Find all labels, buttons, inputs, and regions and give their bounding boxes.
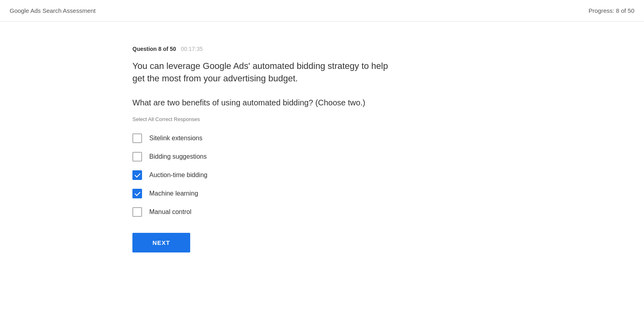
question-text: What are two benefits of using automated… <box>132 97 401 108</box>
checkbox-auction-time[interactable] <box>132 170 142 180</box>
option-label-machine-learning: Machine learning <box>149 190 198 197</box>
options-list: Sitelink extensions Bidding suggestions … <box>132 133 401 217</box>
main-content: Question 8 of 50 00:17:35 You can levera… <box>0 22 401 252</box>
question-number: Question 8 of 50 <box>132 46 176 52</box>
option-item-manual-control[interactable]: Manual control <box>132 207 401 217</box>
option-item-machine-learning[interactable]: Machine learning <box>132 189 401 198</box>
page-header: Google Ads Search Assessment Progress: 8… <box>0 0 644 22</box>
option-label-manual-control: Manual control <box>149 208 191 216</box>
option-item-sitelink[interactable]: Sitelink extensions <box>132 133 401 143</box>
progress-indicator: Progress: 8 of 50 <box>589 7 634 14</box>
option-label-sitelink: Sitelink extensions <box>149 135 203 142</box>
option-label-auction-time: Auction-time bidding <box>149 172 207 179</box>
checkbox-bidding-suggestions[interactable] <box>132 152 142 162</box>
option-label-bidding-suggestions: Bidding suggestions <box>149 153 207 160</box>
option-item-auction-time[interactable]: Auction-time bidding <box>132 170 401 180</box>
checkbox-sitelink[interactable] <box>132 133 142 143</box>
assessment-title: Google Ads Search Assessment <box>10 7 95 14</box>
next-button[interactable]: NEXT <box>132 233 190 252</box>
option-item-bidding-suggestions[interactable]: Bidding suggestions <box>132 152 401 162</box>
question-timer: 00:17:35 <box>181 46 203 52</box>
select-instruction: Select All Correct Responses <box>132 116 401 122</box>
checkbox-machine-learning[interactable] <box>132 189 142 198</box>
question-context: You can leverage Google Ads' automated b… <box>132 60 401 85</box>
question-label: Question 8 of 50 00:17:35 <box>132 46 401 52</box>
checkbox-manual-control[interactable] <box>132 207 142 217</box>
